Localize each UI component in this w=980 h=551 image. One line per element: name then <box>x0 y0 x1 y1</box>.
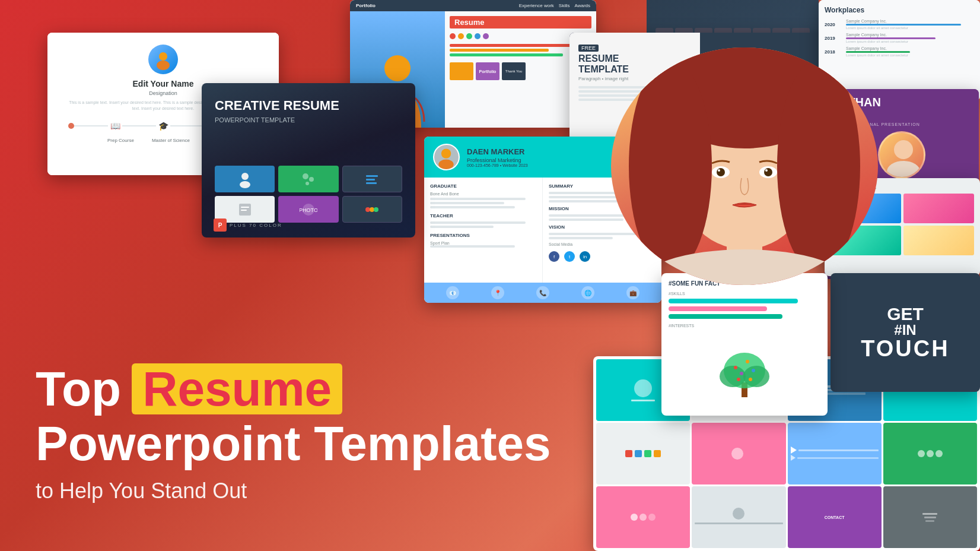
social-dot-3 <box>936 450 943 457</box>
svg-point-1 <box>157 61 170 70</box>
svg-point-15 <box>365 207 370 212</box>
thumb-2: Portfolio <box>476 62 499 80</box>
svg-point-43 <box>740 372 743 375</box>
grad-detail: Bone And Bone <box>430 192 536 196</box>
card-get-in-touch[interactable]: GET #IN TOUCH <box>831 273 980 392</box>
svg-rect-12 <box>241 210 247 211</box>
interests-heading: #INTERESTS <box>669 324 820 328</box>
get-label: GET <box>861 305 949 323</box>
slide-avatar-1 <box>634 379 652 397</box>
svg-rect-7 <box>366 175 378 177</box>
sport-detail: Sport Plan <box>430 241 536 245</box>
ppt-logo: P PLUS 70 COLOR <box>214 218 282 232</box>
grid-slide-11: CONTACT <box>788 486 882 548</box>
body-line <box>549 218 623 221</box>
headline-top-prefix: Top <box>36 365 121 413</box>
svg-point-16 <box>370 207 374 212</box>
grid-cell-5: PHOTO <box>278 196 338 223</box>
arrow-icon <box>791 446 797 454</box>
body-line <box>430 221 526 224</box>
color-swatches <box>599 450 687 457</box>
timeline-line-3 <box>170 125 204 126</box>
workplace-bar-1 <box>846 24 961 26</box>
fun-bar-3 <box>669 314 782 319</box>
svg-point-44 <box>737 378 740 381</box>
thumb-1 <box>450 62 473 80</box>
skills-heading: #SKILLS <box>669 292 820 296</box>
svg-point-32 <box>764 168 772 176</box>
slide-9-content <box>628 511 658 524</box>
graduation-icon: 🎓 <box>156 119 170 133</box>
workplace-bar-2 <box>846 37 936 39</box>
svg-point-38 <box>720 366 746 387</box>
workplace-detail-3: Sample Company Inc. Lorem ipsum dolor si… <box>846 46 974 57</box>
card-designation: Designation <box>149 90 177 96</box>
slide-line <box>695 525 756 527</box>
year-1: 2020 <box>825 22 842 27</box>
svg-rect-11 <box>241 207 249 208</box>
slide-line <box>797 457 879 459</box>
grid-cell-3 <box>342 166 402 192</box>
fun-fact-bars <box>669 299 820 319</box>
svg-point-20 <box>438 160 454 169</box>
body-line <box>430 206 515 208</box>
label-masters: Master of Science <box>152 138 190 143</box>
svg-point-17 <box>374 207 378 212</box>
svg-point-24 <box>629 59 712 273</box>
arrow-row <box>791 455 879 461</box>
workplaces-title: Workplaces <box>825 6 974 14</box>
resume-badge: Resume <box>450 16 591 28</box>
company-desc-2: Lorem ipsum dolor sit amet consectetur <box>846 40 974 43</box>
svg-point-34 <box>894 140 913 159</box>
slide-6-content <box>728 445 749 463</box>
slide-line <box>798 449 879 451</box>
slide-line <box>924 517 936 518</box>
dot-purple <box>483 33 489 39</box>
svg-point-45 <box>749 378 752 381</box>
thumb-3: Thank You <box>502 62 526 80</box>
slide-line <box>631 400 655 401</box>
dot-green <box>466 33 472 39</box>
ppt-plus-color: PLUS 70 COLOR <box>230 223 282 228</box>
slide-7-content <box>788 444 882 464</box>
slide-line <box>695 522 782 524</box>
avatar <box>148 45 178 74</box>
dot-orange <box>458 33 464 39</box>
workplace-bar-3 <box>846 51 910 53</box>
timeline-line <box>74 125 108 126</box>
teacher-section: Teacher <box>430 213 536 218</box>
grid-slide-7 <box>788 423 882 484</box>
swatch <box>644 450 651 457</box>
bar-3 <box>450 53 563 56</box>
svg-point-41 <box>746 360 749 363</box>
svg-point-29 <box>717 168 725 176</box>
free-badge: FREE <box>578 45 599 52</box>
twitter-icon: t <box>564 251 575 262</box>
fun-bar-1 <box>669 299 798 303</box>
social-dot-2 <box>927 450 934 457</box>
workplace-row-2: 2019 Sample Company Inc. Lorem ipsum dol… <box>825 33 974 43</box>
resume-avatar <box>433 144 460 170</box>
circle-marker <box>733 508 744 520</box>
grid-cell-1 <box>215 166 275 192</box>
company-desc-3: Lorem ipsum dolor sit amet consectetur <box>846 53 974 57</box>
get-in-touch-text: GET #IN TOUCH <box>861 305 949 360</box>
card-creative-resume[interactable]: CREATIVE RESUME POWERPOINT TEMPLATE <box>202 83 415 238</box>
dot-blue <box>475 33 481 39</box>
book-icon: 📖 <box>108 119 122 133</box>
workplace-row-3: 2018 Sample Company Inc. Lorem ipsum dol… <box>825 46 974 57</box>
touch-label: TOUCH <box>861 337 949 360</box>
body-line <box>430 245 515 248</box>
company-name-3: Sample Company Inc. <box>846 46 974 50</box>
grid-slide-8 <box>883 423 977 484</box>
headline-highlight: Resume <box>132 363 342 414</box>
card-fun-fact[interactable]: #SOME FUN FACT #SKILLS #INTERESTS <box>661 273 828 416</box>
body-line <box>549 233 639 235</box>
ppt-icon: P <box>214 218 227 232</box>
portfolio-header: Portfolio Experience work Skills Awards <box>350 0 596 11</box>
body-line <box>430 226 494 228</box>
icon-circle-3 <box>648 514 656 521</box>
workplace-detail-2: Sample Company Inc. Lorem ipsum dolor si… <box>846 33 974 43</box>
swatch <box>635 450 642 457</box>
workplace-detail-1: Sample Company Inc. Lorem ipsum dolor si… <box>846 19 974 30</box>
